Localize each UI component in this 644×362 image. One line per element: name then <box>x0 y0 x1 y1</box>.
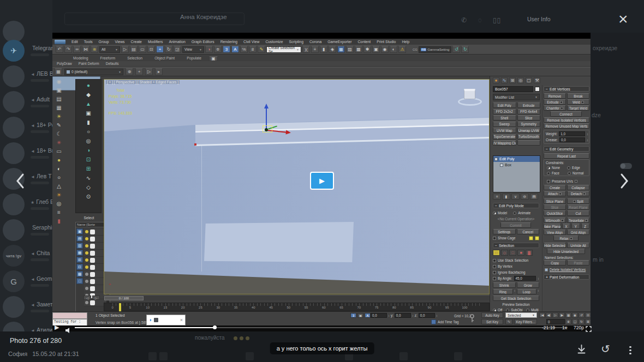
relax-button[interactable]: Relax <box>553 236 579 241</box>
show-cage-checkbox[interactable] <box>493 237 496 240</box>
visibility-icon[interactable] <box>500 164 503 167</box>
exp-layers-icon[interactable]: ▤ <box>76 236 83 242</box>
remove-modifier-icon[interactable]: ⊖ <box>521 194 529 200</box>
constraint-none-radio[interactable] <box>547 166 550 170</box>
next-frame-icon[interactable]: ▷ <box>92 295 100 300</box>
z-coordinate-field[interactable]: 0,0 <box>419 313 435 318</box>
planar-y-button[interactable]: Y <box>571 224 580 229</box>
modifier-button[interactable]: Sweep <box>493 122 516 127</box>
sender-name[interactable]: София <box>8 351 27 357</box>
delete-isolated-vertices-checkbox[interactable] <box>545 268 548 272</box>
pin-stack-icon[interactable]: ≡ <box>493 194 501 200</box>
weight-field[interactable]: 1,0 <box>559 131 585 136</box>
display-tab-icon[interactable]: ▢ <box>526 77 532 83</box>
grid-align-button[interactable]: Grid Align <box>567 230 589 235</box>
ribbon-tab[interactable]: Populate <box>182 55 206 61</box>
settings-button[interactable]: Settings <box>493 229 516 234</box>
align-icon[interactable]: ≑ <box>214 46 222 53</box>
remove-button[interactable]: Remove <box>544 93 566 99</box>
zoom-extents-icon[interactable]: ⊕ <box>565 319 571 324</box>
exp-bones-icon[interactable]: □ <box>76 278 83 284</box>
create-tab-icon[interactable]: ● <box>493 77 499 83</box>
render-setup-icon[interactable]: ✱ <box>363 46 371 53</box>
playback-button[interactable]: ◀| <box>546 312 552 318</box>
window-crossing-icon[interactable]: ⊡ <box>147 46 155 53</box>
explorer-row[interactable] <box>84 243 106 250</box>
explorer-row[interactable] <box>84 299 106 306</box>
chat-list-item[interactable]: ◄Лев Т <box>0 166 52 192</box>
undo-icon[interactable]: ↶ <box>56 46 63 53</box>
torus-tool-icon[interactable]: ◎ <box>86 138 91 144</box>
snap-lock-icon[interactable]: ▣ <box>357 313 363 318</box>
bulb-tool-icon[interactable]: ⊙ <box>86 194 91 200</box>
menu-item[interactable]: Views <box>115 40 124 44</box>
add-time-tag[interactable]: Add Time Tag <box>431 319 458 324</box>
sphere-white-icon[interactable]: ○ <box>57 175 61 180</box>
polygon-subobject-icon[interactable]: ■ <box>517 250 524 256</box>
angle-field[interactable]: 45,0 <box>514 276 536 281</box>
explorer-row[interactable] <box>84 228 106 236</box>
more-options-icon[interactable] <box>629 345 631 356</box>
modifier-list-dropdown[interactable]: Modifier List▼ <box>493 94 540 100</box>
warning-icon[interactable]: ⚠ <box>398 46 406 53</box>
explorer-row[interactable] <box>84 264 106 271</box>
corona-refresh-icon[interactable]: ↺ <box>452 46 460 53</box>
target-tool-icon[interactable]: ⊡ <box>86 157 91 162</box>
modifier-button[interactable]: Shell <box>493 115 516 120</box>
cancel-button[interactable]: Cancel <box>517 229 540 234</box>
weld-button[interactable]: Weld <box>567 99 589 105</box>
select-and-rotate-icon[interactable]: ↻ <box>165 46 172 53</box>
exp-lights-icon[interactable]: ⊞ <box>76 257 83 263</box>
modify-tab-icon[interactable]: ∿ <box>501 77 508 83</box>
tessellate-button[interactable]: Tessellate <box>567 218 589 223</box>
mute-icon[interactable]: ◉ <box>572 312 578 318</box>
make-unique-icon[interactable]: ∨ <box>511 194 520 200</box>
stack-entry[interactable]: Box <box>493 162 540 168</box>
remove-isolated-vertices-button[interactable]: Remove Isolated Vertices <box>544 117 589 123</box>
extrude-button[interactable]: Extrude <box>544 99 566 105</box>
track-view-icon[interactable]: )( <box>302 46 310 53</box>
menu-item[interactable]: Edit <box>71 40 78 44</box>
bell-tool-icon[interactable]: ○ <box>87 129 90 135</box>
auto-key-button[interactable]: Auto Key <box>481 312 503 318</box>
maxscript-listener[interactable] <box>52 312 87 319</box>
menu-item[interactable]: Corona <box>309 40 321 44</box>
active-layer-dropdown[interactable]: 0 (default)▼ <box>64 69 123 75</box>
modifier-button[interactable]: Unwrap UVW <box>517 128 541 133</box>
prev-frame-icon[interactable]: ◁ <box>84 295 91 300</box>
quickslice-button[interactable]: QuickSlice <box>544 210 566 216</box>
constraint-normal-radio[interactable] <box>568 172 571 175</box>
modifier-button[interactable]: UVW Map <box>493 128 516 133</box>
copy-button[interactable]: Copy <box>544 260 566 266</box>
notification-popup[interactable]: ◗ × <box>146 315 186 325</box>
modifier-button[interactable]: TurboSmooth <box>517 134 541 140</box>
unlink-selection-icon[interactable]: ⋈ <box>82 46 90 53</box>
box-icon[interactable]: ▭ <box>56 149 61 154</box>
named-selection-dropdown[interactable]: Create Selection Se▼ <box>266 46 301 53</box>
chat-list-item[interactable]: Seraphim <box>0 218 52 243</box>
modifier-button[interactable]: Extrude <box>517 102 541 108</box>
stack-entry[interactable]: Edit Poly <box>493 156 540 162</box>
x-coordinate-field[interactable]: 0,0 <box>371 313 387 318</box>
explorer-row[interactable] <box>84 257 106 264</box>
maximize-viewport-icon[interactable]: ⊠ <box>585 319 591 324</box>
rectangular-region-icon[interactable]: ▭ <box>139 46 146 53</box>
reference-coordinate-dropdown[interactable]: View▼ <box>182 46 204 53</box>
ring-icon[interactable]: ◎ <box>57 201 62 207</box>
explorer-row[interactable] <box>84 285 106 292</box>
video-quality[interactable]: 720p <box>574 325 584 330</box>
remove-unused-map-verts-button[interactable]: Remove Unused Map Verts <box>544 123 589 129</box>
menu-item[interactable]: Group <box>99 40 109 44</box>
gamma-setting-chip[interactable]: RBGammaSetting <box>419 46 451 53</box>
exp-shapes-icon[interactable]: ▦ <box>76 250 83 256</box>
max-logo[interactable] <box>55 40 65 44</box>
chat-list-item[interactable]: ◄ЛЕВ В <box>0 64 52 89</box>
asset-browser-icon[interactable]: ◈ <box>329 46 336 53</box>
sidebar-toggle-icon[interactable]: ▯▯ <box>493 16 501 24</box>
chat-list-item[interactable]: ◄Замет <box>0 294 52 320</box>
menu-item[interactable]: Modifiers <box>148 40 163 44</box>
ribbon-camera-icon[interactable]: ▣ <box>209 56 218 61</box>
preserve-uvs-checkbox[interactable] <box>547 180 550 183</box>
scoop-tool-icon[interactable]: ◑ <box>87 148 90 153</box>
select-layer-icon[interactable]: ▷ <box>145 68 153 75</box>
